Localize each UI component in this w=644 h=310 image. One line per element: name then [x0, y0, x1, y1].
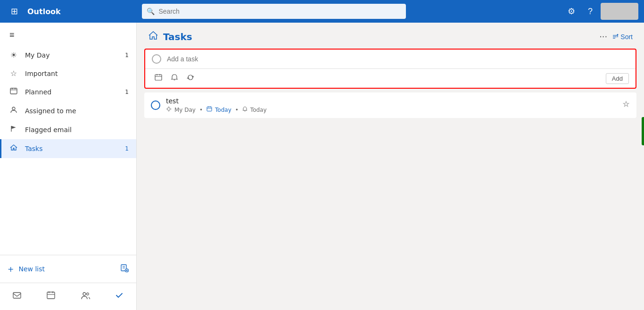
svg-rect-33: [207, 107, 212, 111]
sidebar-item-tasks[interactable]: Tasks 1: [0, 139, 136, 158]
more-options-icon[interactable]: ···: [599, 32, 607, 42]
home-icon: [9, 144, 18, 153]
sidebar-item-important[interactable]: ☆ Important: [0, 64, 136, 83]
main-layout: ≡ ☀ My Day 1 ☆ Important: [0, 23, 644, 310]
sidebar-item-label: Important: [25, 70, 114, 77]
new-list-label: New list: [18, 265, 116, 273]
task-info: test My Day •: [166, 97, 617, 113]
sidebar-footer: + New list: [0, 255, 136, 283]
svg-point-4: [12, 107, 15, 110]
people-nav-button[interactable]: [71, 287, 99, 306]
tasks-home-icon: [148, 30, 158, 43]
top-nav: ⊞ Outlook 🔍 ⚙ ?: [0, 0, 644, 23]
add-button[interactable]: Add: [606, 73, 629, 84]
bottom-nav: [0, 283, 136, 310]
task-meta: My Day • Today •: [166, 106, 617, 113]
sun-icon: ☀: [9, 50, 18, 59]
avatar[interactable]: [601, 3, 638, 20]
svg-rect-13: [47, 292, 55, 299]
due-date-meta-label: Today: [215, 107, 231, 113]
page-title: Tasks: [163, 31, 594, 42]
content: Tasks ··· Sort: [137, 23, 644, 310]
new-list-item[interactable]: + New list: [0, 259, 136, 279]
svg-point-17: [83, 293, 86, 295]
repeat-toolbar-icon[interactable]: [184, 72, 197, 85]
svg-rect-12: [13, 293, 21, 298]
app-title: Outlook: [27, 7, 61, 16]
sort-label: Sort: [620, 33, 633, 41]
reminder-meta-icon: [242, 106, 248, 113]
svg-rect-23: [155, 75, 162, 80]
mail-nav-button[interactable]: [3, 287, 31, 306]
search-bar: 🔍: [142, 4, 406, 19]
green-accent-bar: [642, 117, 644, 145]
sidebar-item-flagged-email[interactable]: Flagged email: [0, 120, 136, 139]
add-task-card: Add: [144, 49, 636, 89]
due-date-meta-icon: [206, 106, 212, 113]
sidebar-item-assigned-to-me[interactable]: Assigned to me: [0, 101, 136, 120]
nav-badge-tasks: 1: [120, 145, 129, 152]
sidebar-item-label: Tasks: [25, 145, 114, 152]
help-icon[interactable]: ?: [582, 3, 599, 20]
top-nav-left: ⊞ Outlook: [6, 3, 61, 20]
sort-button[interactable]: Sort: [612, 33, 633, 41]
task-item[interactable]: test My Day •: [144, 92, 636, 118]
sidebar-top: ≡: [0, 23, 136, 46]
reminder-meta-label: Today: [250, 107, 267, 113]
hamburger-button[interactable]: ≡: [8, 28, 17, 42]
svg-point-18: [86, 293, 89, 295]
task-name: test: [166, 97, 617, 105]
settings-icon[interactable]: ⚙: [563, 3, 580, 20]
person-icon: [9, 106, 18, 116]
nav-badge-my-day: 1: [120, 52, 129, 59]
my-day-meta-icon: [166, 106, 172, 113]
new-list-icon2: [120, 264, 129, 274]
dot-separator: •: [199, 107, 203, 113]
task-star-button[interactable]: [622, 101, 630, 110]
sidebar-item-label: Flagged email: [25, 126, 114, 134]
add-task-row: [145, 50, 636, 68]
sidebar-item-label: Assigned to me: [25, 107, 114, 115]
sidebar-nav: ☀ My Day 1 ☆ Important: [0, 46, 136, 255]
due-date-toolbar-icon[interactable]: [152, 72, 165, 85]
top-nav-right: ⚙ ?: [563, 3, 638, 20]
my-day-meta-label: My Day: [174, 107, 196, 113]
dot-separator2: •: [235, 107, 239, 113]
add-task-input[interactable]: [167, 55, 629, 63]
search-icon: 🔍: [147, 8, 155, 15]
sidebar-item-planned[interactable]: Planned 1: [0, 83, 136, 101]
plus-icon: +: [8, 265, 14, 274]
add-task-toolbar: Add: [145, 68, 636, 88]
todo-nav-button[interactable]: [105, 287, 133, 306]
search-input[interactable]: [142, 4, 406, 19]
app-grid-icon[interactable]: ⊞: [6, 3, 23, 20]
star-outline-icon: ☆: [9, 69, 18, 78]
flag-icon: [9, 125, 18, 134]
svg-point-28: [167, 108, 170, 110]
reminder-toolbar-icon[interactable]: [168, 72, 181, 85]
sidebar: ≡ ☀ My Day 1 ☆ Important: [0, 23, 137, 310]
content-header: Tasks ··· Sort: [137, 23, 644, 49]
task-complete-circle[interactable]: [151, 101, 160, 110]
sidebar-item-label: My Day: [25, 51, 114, 59]
calendar-icon: [9, 87, 18, 97]
calendar-nav-button[interactable]: [37, 287, 65, 306]
task-circle-placeholder: [152, 54, 161, 64]
nav-badge-planned: 1: [120, 89, 129, 95]
svg-rect-0: [10, 88, 17, 94]
sidebar-item-my-day[interactable]: ☀ My Day 1: [0, 46, 136, 64]
sidebar-item-label: Planned: [25, 88, 114, 96]
